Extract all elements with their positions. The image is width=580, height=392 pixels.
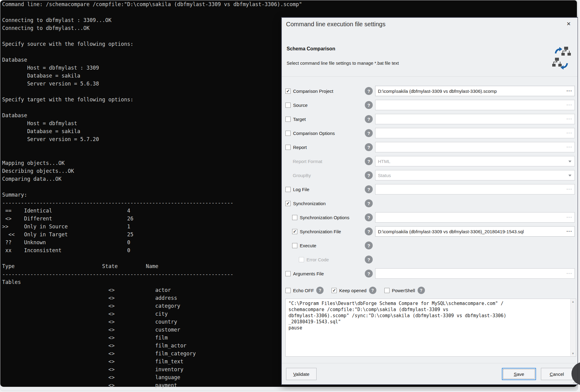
row-arguments-file: Arguments File ? ... [282,267,578,281]
browse-button[interactable]: ... [567,186,572,191]
help-icon[interactable]: ? [365,87,373,95]
report-label: Report [293,145,307,150]
help-icon[interactable]: ? [365,213,373,221]
synchronization-file-value: D:\comp\sakila (dbfmylast-3309 vs dbfmyl… [378,229,524,234]
synchronization-options-checkbox[interactable] [292,215,297,220]
execute-checkbox[interactable] [292,243,297,248]
cancel-button[interactable]: Cancel [541,368,573,380]
browse-button[interactable]: ... [567,87,572,92]
dialog-footer: Validate Save Cancel [282,363,578,385]
browse-button[interactable]: ... [567,228,572,233]
source-field[interactable]: ... [375,100,575,110]
check-icon: ✓ [286,201,290,205]
help-icon[interactable]: ? [365,157,373,165]
row-comparison-options: Comparison Options ? ... [282,126,578,140]
report-format-label: Report Format [293,159,322,164]
arguments-file-checkbox[interactable] [285,271,291,276]
groupby-label: GroupBy [293,173,311,178]
help-icon[interactable]: ? [365,185,373,193]
row-groupby: GroupBy ? Status [282,168,578,182]
save-button[interactable]: Save [502,368,536,380]
synchronization-checkbox[interactable]: ✓ [285,201,291,206]
chevron-down-icon[interactable] [568,175,571,176]
bat-file-text[interactable]: "C:\Program Files\Devart\dbForge Schema … [286,299,576,332]
browse-button[interactable]: ... [567,143,572,148]
help-icon[interactable]: ? [365,129,373,137]
log-file-label: Log File [293,187,309,192]
comparison-project-checkbox[interactable]: ✓ [285,89,291,94]
row-target: Target ? ... [282,112,578,126]
help-icon[interactable]: ? [365,227,373,235]
row-synchronization: ✓ Synchronization ? [282,196,578,210]
help-icon[interactable]: ? [365,171,373,179]
command-line-settings-dialog: Command line execution file settings ✕ S… [281,17,578,385]
dialog-titlebar[interactable]: Command line execution file settings ✕ [282,18,578,31]
dialog-description: Select command line file settings to man… [287,61,399,66]
help-icon[interactable]: ? [418,287,425,294]
echo-off-label: Echo OFF [293,288,314,293]
comparison-options-checkbox[interactable] [285,131,291,136]
help-icon[interactable]: ? [365,270,373,278]
row-error-code: Error Code ? [282,252,578,267]
synchronization-file-field[interactable]: D:\comp\sakila (dbfmylast-3309 vs dbfmyl… [375,226,575,237]
row-report: Report ? ... [282,140,578,154]
bat-options-row: Echo OFF ? ✓ Keep opened ? PowerShell ? [282,283,578,297]
validate-button[interactable]: Validate [286,368,317,380]
browse-button[interactable]: ... [567,270,572,275]
report-checkbox[interactable] [285,145,291,150]
keep-opened-label: Keep opened [339,288,366,293]
scroll-down-icon[interactable]: ▼ [572,352,575,355]
error-code-checkbox [299,257,304,262]
comparison-project-value: D:\comp\sakila (dbfmylast-3309 vs dbfmyl… [378,89,497,94]
row-report-format: Report Format ? HTML [282,154,578,168]
comparison-options-label: Comparison Options [293,131,335,136]
synchronization-label: Synchronization [293,201,326,206]
row-log-file: Log File ? ... [282,182,578,196]
log-file-field[interactable]: ... [375,184,575,194]
help-icon[interactable]: ? [365,241,373,249]
browse-button[interactable]: ... [567,214,572,219]
target-checkbox[interactable] [285,117,291,122]
scrollbar[interactable]: ▲ ▼ [570,299,575,356]
browse-button[interactable]: ... [567,101,572,106]
log-file-checkbox[interactable] [285,187,291,192]
row-synchronization-file: ✓ Synchronization File ? D:\comp\sakila … [282,224,578,238]
error-code-label: Error Code [306,257,329,262]
help-icon[interactable]: ? [365,256,373,263]
target-field[interactable]: ... [375,114,575,124]
help-icon[interactable]: ? [365,143,373,151]
help-icon[interactable]: ? [365,115,373,123]
groupby-dropdown[interactable]: Status [375,170,575,180]
echo-off-checkbox[interactable] [285,288,291,293]
row-synchronization-options: Synchronization Options ? ... [282,210,578,224]
schema-comparison-heading: Schema Comparison [287,46,335,52]
chevron-down-icon[interactable] [568,161,571,162]
source-label: Source [293,103,308,108]
keep-opened-checkbox[interactable]: ✓ [332,288,337,293]
comparison-options-field[interactable]: ... [375,128,575,138]
browse-button[interactable]: ... [567,129,572,134]
arguments-file-label: Arguments File [293,271,324,276]
arguments-file-field[interactable]: ... [375,268,575,279]
synchronization-file-checkbox[interactable]: ✓ [292,229,297,234]
report-field[interactable]: ... [375,142,575,152]
powershell-checkbox[interactable] [384,288,390,293]
help-icon[interactable]: ? [369,287,376,294]
dialog-header: Schema Comparison Select command line fi… [282,31,578,77]
close-icon[interactable]: ✕ [565,20,572,28]
comparison-project-label: Comparison Project [293,89,333,94]
help-icon[interactable]: ? [365,199,373,207]
source-checkbox[interactable] [285,103,291,108]
dialog-title: Command line execution file settings [286,21,386,28]
schema-compare-icon [551,46,571,71]
report-format-value: HTML [378,159,390,164]
bat-file-text-area[interactable]: "C:\Program Files\Devart\dbForge Schema … [285,299,576,357]
scroll-up-icon[interactable]: ▲ [572,300,575,303]
report-format-dropdown[interactable]: HTML [375,156,575,166]
help-icon[interactable]: ? [316,287,324,294]
help-icon[interactable]: ? [365,101,373,109]
echo-off-option: Echo OFF ? [285,287,324,294]
browse-button[interactable]: ... [567,115,572,120]
comparison-project-field[interactable]: D:\comp\sakila (dbfmylast-3309 vs dbfmyl… [375,86,575,96]
synchronization-options-field[interactable]: ... [375,212,575,223]
